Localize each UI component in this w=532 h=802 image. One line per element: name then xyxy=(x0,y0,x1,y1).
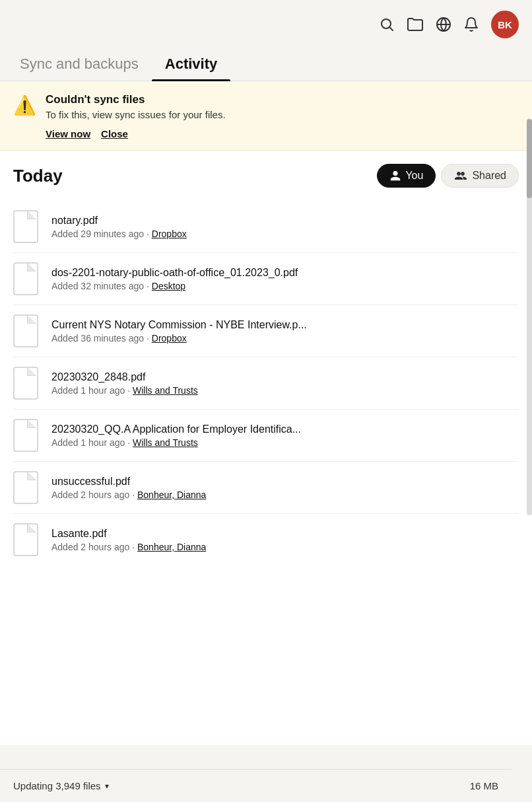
svg-line-1 xyxy=(390,28,393,30)
file-icon xyxy=(13,262,41,295)
list-item[interactable]: dos-2201-notary-public-oath-of-office_01… xyxy=(13,253,519,305)
list-item[interactable]: Lasante.pdf Added 2 hours ago · Bonheur,… xyxy=(13,514,519,565)
tabs: Sync and backups Activity xyxy=(0,46,532,81)
file-meta: Added 32 minutes ago · Desktop xyxy=(51,281,519,291)
filter-you-button[interactable]: You xyxy=(377,164,436,188)
tab-sync-and-backups[interactable]: Sync and backups xyxy=(7,46,152,81)
file-name: unsuccessful.pdf xyxy=(51,476,519,488)
filter-shared-label: Shared xyxy=(472,170,506,182)
file-meta: Added 36 minutes ago · Dropbox xyxy=(51,333,519,344)
svg-rect-8 xyxy=(14,419,38,451)
file-location-link[interactable]: Wills and Trusts xyxy=(133,385,198,396)
file-meta-text: Added 2 hours ago · xyxy=(51,490,137,500)
view-now-link[interactable]: View now xyxy=(46,128,90,139)
svg-rect-10 xyxy=(14,524,38,556)
scrollbar-thumb[interactable] xyxy=(527,119,532,198)
today-header: Today You Shared xyxy=(13,164,519,188)
file-meta-text: Added 2 hours ago · xyxy=(51,542,137,552)
warning-content: Couldn't sync files To fix this, view sy… xyxy=(46,93,519,139)
warning-banner: ⚠️ Couldn't sync files To fix this, view… xyxy=(0,81,532,151)
file-info: 20230320_QQ.A Application for Employer I… xyxy=(51,423,519,448)
folder-icon[interactable] xyxy=(407,17,424,32)
file-info: unsuccessful.pdf Added 2 hours ago · Bon… xyxy=(51,476,519,500)
file-meta: Added 29 minutes ago · Dropbox xyxy=(51,229,519,239)
file-meta-text: Added 29 minutes ago · xyxy=(51,229,152,239)
file-meta: Added 1 hour ago · Wills and Trusts xyxy=(51,437,519,448)
list-item[interactable]: 20230320_2848.pdf Added 1 hour ago · Wil… xyxy=(13,357,519,410)
file-location-link[interactable]: Bonheur, Dianna xyxy=(137,490,206,500)
file-info: 20230320_2848.pdf Added 1 hour ago · Wil… xyxy=(51,371,519,396)
file-location-link[interactable]: Dropbox xyxy=(152,229,187,239)
warning-title: Couldn't sync files xyxy=(46,93,519,106)
filter-shared-button[interactable]: Shared xyxy=(441,164,519,188)
warning-icon: ⚠️ xyxy=(13,94,36,116)
file-meta: Added 2 hours ago · Bonheur, Dianna xyxy=(51,490,519,500)
list-item[interactable]: unsuccessful.pdf Added 2 hours ago · Bon… xyxy=(13,462,519,514)
file-location-link[interactable]: Dropbox xyxy=(152,333,187,344)
file-name: dos-2201-notary-public-oath-of-office_01… xyxy=(51,267,519,279)
svg-rect-6 xyxy=(14,315,38,347)
svg-rect-5 xyxy=(14,263,38,295)
file-location-link[interactable]: Desktop xyxy=(152,281,185,291)
file-name: 20230320_QQ.A Application for Employer I… xyxy=(51,423,519,435)
warning-description: To fix this, view sync issues for your f… xyxy=(46,109,519,120)
people-icon xyxy=(453,170,468,182)
svg-rect-7 xyxy=(14,367,38,399)
status-size: 16 MB xyxy=(470,780,498,791)
bell-icon[interactable] xyxy=(463,17,479,32)
warning-actions: View now Close xyxy=(46,128,519,139)
header: BK xyxy=(0,0,532,46)
file-meta-text: Added 32 minutes ago · xyxy=(51,281,152,291)
file-meta-text: Added 1 hour ago · xyxy=(51,385,133,396)
globe-icon[interactable] xyxy=(436,17,451,32)
svg-point-0 xyxy=(382,19,391,28)
chevron-down-icon[interactable]: ▾ xyxy=(105,782,109,791)
scrollbar[interactable] xyxy=(527,119,532,515)
file-icon xyxy=(13,419,41,452)
avatar[interactable]: BK xyxy=(491,11,519,38)
person-icon xyxy=(389,170,401,182)
status-left[interactable]: Updating 3,949 files ▾ xyxy=(13,780,109,791)
file-info: Current NYS Notary Commission - NYBE Int… xyxy=(51,319,519,344)
file-info: notary.pdf Added 29 minutes ago · Dropbo… xyxy=(51,215,519,239)
file-info: Lasante.pdf Added 2 hours ago · Bonheur,… xyxy=(51,528,519,552)
list-item[interactable]: 20230320_QQ.A Application for Employer I… xyxy=(13,410,519,462)
file-meta: Added 1 hour ago · Wills and Trusts xyxy=(51,385,519,396)
tab-activity[interactable]: Activity xyxy=(152,46,230,81)
main-content: Today You Shared xyxy=(0,151,532,745)
file-info: dos-2201-notary-public-oath-of-office_01… xyxy=(51,267,519,291)
file-icon xyxy=(13,367,41,400)
file-icon xyxy=(13,471,41,504)
file-meta-text: Added 1 hour ago · xyxy=(51,437,133,448)
file-meta: Added 2 hours ago · Bonheur, Dianna xyxy=(51,542,519,552)
updating-text: Updating 3,949 files xyxy=(13,780,101,791)
file-name: Lasante.pdf xyxy=(51,528,519,540)
close-link[interactable]: Close xyxy=(101,128,128,139)
filter-buttons: You Shared xyxy=(377,164,519,188)
status-bar: Updating 3,949 files ▾ 16 MB xyxy=(0,769,512,802)
file-location-link[interactable]: Wills and Trusts xyxy=(133,437,198,448)
file-list: notary.pdf Added 29 minutes ago · Dropbo… xyxy=(13,201,519,565)
file-location-link[interactable]: Bonheur, Dianna xyxy=(137,542,206,552)
file-name: Current NYS Notary Commission - NYBE Int… xyxy=(51,319,519,331)
filter-you-label: You xyxy=(405,170,423,182)
file-name: 20230320_2848.pdf xyxy=(51,371,519,383)
svg-rect-9 xyxy=(14,472,38,503)
list-item[interactable]: notary.pdf Added 29 minutes ago · Dropbo… xyxy=(13,201,519,253)
file-icon xyxy=(13,314,41,347)
list-item[interactable]: Current NYS Notary Commission - NYBE Int… xyxy=(13,305,519,357)
search-icon[interactable] xyxy=(379,17,395,32)
today-label: Today xyxy=(13,166,63,186)
file-name: notary.pdf xyxy=(51,215,519,227)
file-icon xyxy=(13,210,41,243)
file-icon xyxy=(13,523,41,556)
svg-rect-4 xyxy=(14,211,38,242)
file-meta-text: Added 36 minutes ago · xyxy=(51,333,152,344)
